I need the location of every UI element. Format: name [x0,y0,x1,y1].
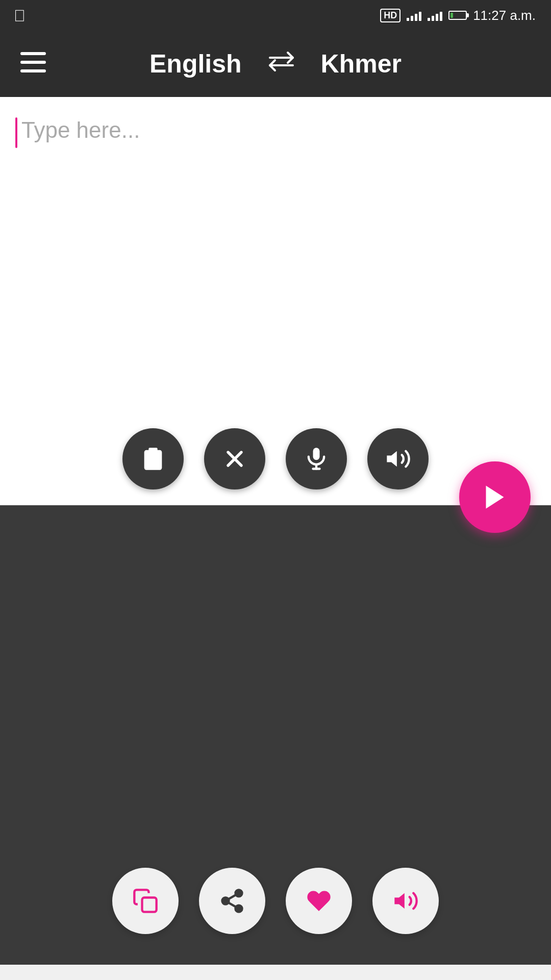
signal-bars-1 [407,10,421,21]
svg-marker-19 [394,893,405,909]
output-action-buttons [0,868,551,934]
bar3 [415,14,417,21]
favorite-button[interactable] [286,868,352,934]
bar1 [428,18,430,21]
usb-icon: ⎕ [15,7,24,23]
time-display: 11:27 a.m. [473,8,536,23]
app-header: English Khmer [0,31,551,97]
svg-rect-1 [20,61,46,64]
status-bar-right: HD 11:27 a.m. [380,8,536,23]
svg-rect-8 [313,448,320,460]
input-section: Type here... [0,97,551,505]
svg-rect-13 [142,898,157,912]
volume-button-input[interactable] [367,428,429,489]
status-bar: ⎕ HD 11:27 a.m. [0,0,551,31]
text-cursor [15,117,17,148]
hd-badge: HD [380,9,400,22]
source-language-label[interactable]: English [149,49,242,79]
target-language-label[interactable]: Khmer [321,49,402,79]
svg-rect-3 [148,448,157,452]
battery-fill [450,13,453,18]
svg-marker-12 [486,486,504,509]
output-section [0,505,551,965]
bar3 [436,14,438,21]
svg-rect-0 [20,52,46,55]
text-input-area[interactable]: Type here... [15,112,536,419]
signal-bars-2 [428,10,442,21]
swap-languages-button[interactable] [267,50,295,78]
battery-icon [448,11,467,20]
svg-rect-2 [20,69,46,72]
bar4 [419,12,421,21]
svg-marker-11 [387,451,397,467]
input-placeholder: Type here... [21,117,140,143]
status-bar-left: ⎕ [15,7,24,23]
svg-line-18 [229,895,236,899]
menu-button[interactable] [20,52,46,76]
bar4 [440,12,442,21]
svg-line-17 [229,902,236,907]
microphone-button[interactable] [286,428,347,489]
clipboard-button[interactable] [122,428,184,489]
bar1 [407,18,409,21]
copy-button[interactable] [112,868,179,934]
language-selector: English Khmer [149,49,402,79]
clear-button[interactable] [204,428,265,489]
send-translate-button[interactable] [459,461,531,533]
bar2 [411,16,413,21]
share-button[interactable] [199,868,265,934]
main-content: Type here... [0,97,551,965]
bar2 [432,16,434,21]
volume-button-output[interactable] [372,868,439,934]
